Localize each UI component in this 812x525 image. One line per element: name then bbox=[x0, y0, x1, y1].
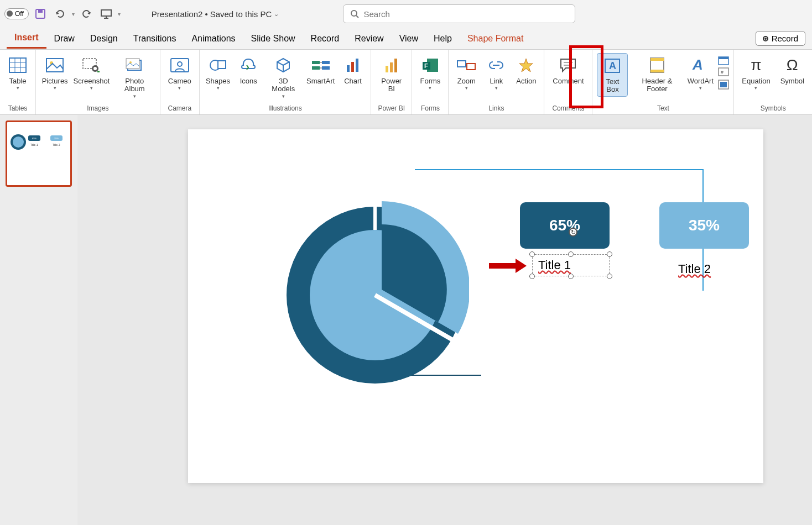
link-button[interactable]: Link▾ bbox=[483, 53, 509, 93]
screenshot-icon bbox=[82, 57, 101, 73]
group-label-illustrations: Illustrations bbox=[268, 104, 302, 113]
tab-insert[interactable]: Insert bbox=[7, 28, 46, 49]
tab-record[interactable]: Record bbox=[303, 29, 347, 48]
icons-button[interactable]: Icons bbox=[235, 53, 262, 87]
group-label-camera: Camera bbox=[168, 104, 191, 113]
group-links: Zoom▾ Link▾ Action Links bbox=[449, 50, 544, 114]
svg-rect-53 bbox=[720, 82, 727, 87]
3d-models-button[interactable]: 3D Models▾ bbox=[265, 53, 301, 101]
chevron-down-icon: ▾ bbox=[754, 85, 757, 91]
text-box-label: Text Box bbox=[601, 78, 624, 94]
equation-label: Equation bbox=[742, 77, 770, 85]
rotate-handle[interactable] bbox=[569, 228, 577, 237]
svg-text:A: A bbox=[692, 57, 703, 73]
zoom-button[interactable]: Zoom▾ bbox=[453, 53, 480, 93]
action-button[interactable]: Action bbox=[513, 53, 539, 87]
object-icon[interactable] bbox=[718, 80, 729, 90]
start-from-beginning-button[interactable] bbox=[98, 6, 114, 22]
save-icon bbox=[35, 8, 46, 19]
search-container bbox=[343, 4, 575, 23]
record-dot-icon bbox=[763, 36, 768, 41]
screenshot-button[interactable]: Screenshot▾ bbox=[72, 53, 110, 93]
cameo-button[interactable]: Cameo▾ bbox=[165, 53, 195, 93]
shapes-button[interactable]: Shapes▾ bbox=[204, 53, 232, 93]
forms-icon: F bbox=[421, 57, 439, 73]
tab-design[interactable]: Design bbox=[82, 29, 126, 48]
tab-transitions[interactable]: Transitions bbox=[126, 29, 184, 48]
powerbi-button[interactable]: Power BI bbox=[376, 53, 407, 96]
selected-text-box[interactable]: Title 1 bbox=[532, 254, 610, 276]
table-icon bbox=[9, 57, 27, 73]
powerbi-label: Power BI bbox=[379, 77, 404, 93]
tab-animations[interactable]: Animations bbox=[184, 29, 243, 48]
smartart-button[interactable]: SmartArt bbox=[305, 53, 336, 87]
wordart-button[interactable]: AWordArt▾ bbox=[686, 53, 715, 93]
tab-view[interactable]: View bbox=[392, 29, 426, 48]
zoom-icon bbox=[457, 59, 476, 72]
selection-handle[interactable] bbox=[529, 274, 535, 279]
header-footer-button[interactable]: Header & Footer bbox=[631, 53, 683, 96]
tab-slideshow[interactable]: Slide Show bbox=[243, 29, 303, 48]
selection-handle[interactable] bbox=[568, 274, 574, 279]
badge-65[interactable]: 65% bbox=[520, 202, 610, 249]
record-button[interactable]: Record bbox=[756, 31, 805, 46]
selection-handle[interactable] bbox=[529, 251, 535, 257]
undo-dropdown[interactable]: ▾ bbox=[72, 11, 75, 17]
forms-label: Forms bbox=[420, 77, 440, 85]
pictures-button[interactable]: Pictures▾ bbox=[40, 53, 69, 93]
group-camera: Cameo▾ Camera bbox=[160, 50, 200, 114]
selection-handle[interactable] bbox=[607, 251, 612, 257]
svg-rect-46 bbox=[650, 70, 664, 72]
search-input[interactable] bbox=[363, 9, 568, 19]
chart-button[interactable]: Chart bbox=[340, 53, 366, 87]
tab-draw[interactable]: Draw bbox=[46, 29, 82, 48]
equation-button[interactable]: πEquation▾ bbox=[738, 53, 773, 93]
photo-album-button[interactable]: Photo Album▾ bbox=[114, 53, 155, 101]
tab-help[interactable]: Help bbox=[426, 29, 460, 48]
chevron-down-icon: ▾ bbox=[282, 93, 285, 99]
slide-editing-area[interactable]: 65% 35% Title 2 Title 1 bbox=[77, 115, 812, 525]
title-1-text[interactable]: Title 1 bbox=[533, 255, 609, 276]
selection-handle[interactable] bbox=[568, 251, 574, 257]
cameo-label: Cameo bbox=[168, 77, 191, 85]
forms-button[interactable]: FForms▾ bbox=[417, 53, 444, 93]
slide-number-icon[interactable]: # bbox=[718, 67, 729, 77]
svg-point-5 bbox=[351, 11, 357, 16]
svg-point-16 bbox=[93, 67, 97, 70]
svg-rect-31 bbox=[356, 59, 358, 72]
text-box-icon: A bbox=[604, 58, 621, 74]
table-label: Table bbox=[9, 77, 26, 85]
date-time-icon[interactable] bbox=[718, 55, 729, 65]
smartart-icon bbox=[311, 59, 330, 72]
pie-chart[interactable] bbox=[281, 201, 469, 391]
present-dropdown[interactable]: ▾ bbox=[118, 11, 121, 17]
table-button[interactable]: Table ▾ bbox=[4, 53, 31, 93]
svg-rect-33 bbox=[390, 62, 393, 72]
group-symbols: πEquation▾ ΩSymbol Symbols bbox=[734, 50, 812, 114]
selection-handle[interactable] bbox=[607, 274, 612, 279]
title-2-text[interactable]: Title 2 bbox=[678, 262, 711, 276]
ribbon-tabs: Insert Draw Design Transitions Animation… bbox=[0, 28, 812, 50]
autosave-toggle[interactable]: Off bbox=[4, 8, 29, 19]
smartart-label: SmartArt bbox=[306, 77, 335, 85]
save-button[interactable] bbox=[32, 6, 49, 22]
doc-name: Presentation2 bbox=[152, 9, 203, 19]
icons-label: Icons bbox=[240, 77, 257, 85]
slide-canvas[interactable]: 65% 35% Title 2 Title 1 bbox=[188, 129, 763, 483]
document-title[interactable]: Presentation2 • Saved to this PC ⌄ bbox=[152, 9, 279, 19]
redo-icon bbox=[81, 8, 92, 19]
comment-button[interactable]: Comment bbox=[549, 53, 587, 87]
ribbon: Table ▾ Tables Pictures▾ Screenshot▾ Pho… bbox=[0, 50, 812, 115]
slide-thumbnail-1[interactable]: 65% 35% Title 1 Title 2 bbox=[6, 120, 72, 187]
group-forms: FForms▾ Forms bbox=[412, 50, 449, 114]
symbol-button[interactable]: ΩSymbol bbox=[777, 53, 808, 87]
tab-review[interactable]: Review bbox=[347, 29, 391, 48]
group-label-tables: Tables bbox=[8, 104, 28, 113]
tab-shape-format[interactable]: Shape Format bbox=[460, 29, 531, 48]
search-box[interactable] bbox=[343, 4, 575, 23]
undo-button[interactable] bbox=[52, 6, 69, 22]
text-box-button[interactable]: AText Box bbox=[597, 53, 628, 97]
badge-35[interactable]: 35% bbox=[659, 202, 749, 249]
redo-button[interactable] bbox=[78, 6, 95, 22]
cameo-icon bbox=[170, 58, 189, 72]
